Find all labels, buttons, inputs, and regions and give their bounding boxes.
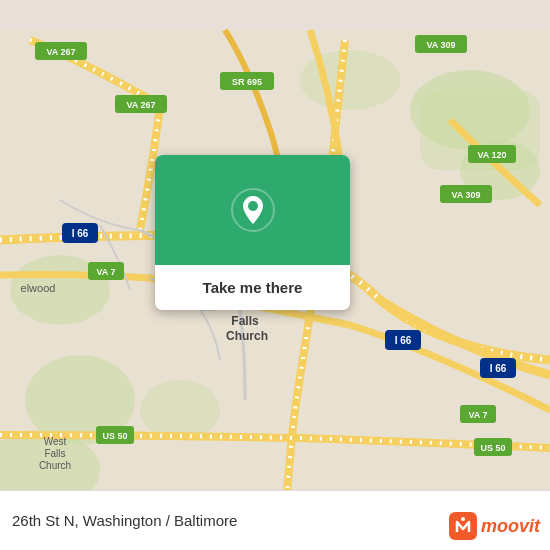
svg-text:VA 7: VA 7	[468, 410, 487, 420]
moovit-icon	[449, 512, 477, 540]
svg-text:VA 7: VA 7	[96, 267, 115, 277]
moovit-brand-name: moovit	[481, 516, 540, 537]
popup-header	[155, 155, 350, 265]
svg-text:I 66: I 66	[490, 363, 507, 374]
svg-point-44	[248, 201, 258, 211]
svg-text:Church: Church	[39, 460, 71, 471]
svg-point-6	[140, 380, 220, 440]
svg-text:West: West	[44, 436, 67, 447]
svg-text:VA 120: VA 120	[477, 150, 506, 160]
location-label: 26th St N, Washington / Baltimore	[12, 512, 237, 529]
svg-text:SR 695: SR 695	[232, 77, 262, 87]
location-pin-icon	[231, 188, 275, 232]
bottom-bar: 26th St N, Washington / Baltimore moovit	[0, 490, 550, 550]
take-me-there-button[interactable]: Take me there	[155, 265, 350, 310]
svg-point-7	[300, 50, 400, 110]
svg-text:Falls: Falls	[44, 448, 65, 459]
svg-rect-45	[449, 512, 477, 540]
svg-text:Church: Church	[226, 329, 268, 343]
app-container: VA 267 VA 267 SR 695 VA 309 VA 309 I 66 …	[0, 0, 550, 550]
svg-text:Falls: Falls	[231, 314, 259, 328]
svg-text:VA 267: VA 267	[46, 47, 75, 57]
svg-text:US 50: US 50	[480, 443, 505, 453]
svg-text:elwood: elwood	[21, 282, 56, 294]
svg-text:I 66: I 66	[395, 335, 412, 346]
svg-text:VA 309: VA 309	[426, 40, 455, 50]
svg-text:VA 267: VA 267	[126, 100, 155, 110]
svg-text:VA 309: VA 309	[451, 190, 480, 200]
location-popup: Take me there	[155, 155, 350, 310]
svg-text:US 50: US 50	[102, 431, 127, 441]
moovit-logo: moovit	[449, 512, 540, 540]
svg-point-46	[461, 517, 465, 521]
svg-text:I 66: I 66	[72, 228, 89, 239]
